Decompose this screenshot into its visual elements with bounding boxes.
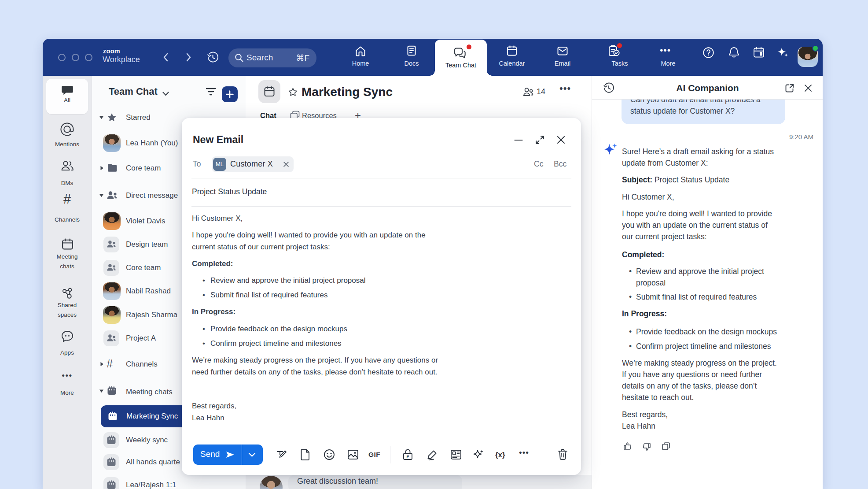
svg-text:E: E bbox=[406, 455, 409, 459]
